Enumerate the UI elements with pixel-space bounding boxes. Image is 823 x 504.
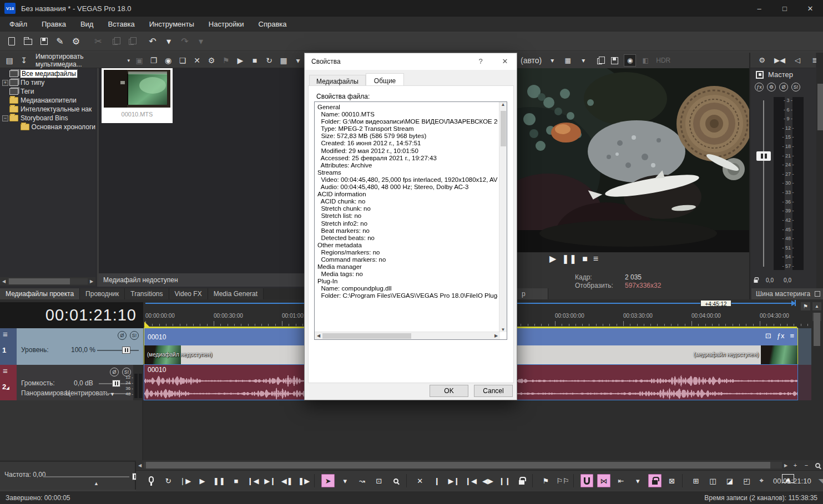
- preview-quality-button[interactable]: (авто): [519, 54, 543, 67]
- edit-tool-caret-icon[interactable]: ▾: [339, 474, 352, 487]
- menu-item[interactable]: Инструменты: [142, 18, 201, 30]
- auto-ripple-caret-icon[interactable]: ▾: [631, 474, 644, 487]
- meter-lock-icon[interactable]: [752, 277, 760, 283]
- external-monitor-icon[interactable]: [781, 472, 795, 485]
- video-track-header[interactable]: ≡ 1 ØS! Уровень: 100,0 %: [0, 328, 143, 365]
- open-project-icon[interactable]: [21, 34, 35, 48]
- timeline-horizontal-scrollbar[interactable]: ◀ ▶ + −: [136, 460, 823, 470]
- paste-icon[interactable]: [123, 34, 138, 48]
- timeline-vertical-scrollbar[interactable]: ▲ −: [812, 302, 821, 469]
- tree-item-smart-bins[interactable]: Интеллектуальные нак: [0, 105, 95, 114]
- close-button[interactable]: ✕: [797, 0, 823, 17]
- audio-track-header[interactable]: ≡ 2◢ ØS! Громкость: 0,0 dB Панорамирован…: [0, 365, 143, 400]
- slip-edit-icon[interactable]: ◪: [723, 474, 736, 487]
- master-vertical-scrollbar[interactable]: [816, 53, 823, 288]
- zoom-tool-icon[interactable]: [812, 461, 822, 469]
- scroll-left-icon[interactable]: ◀: [136, 463, 144, 468]
- preview-play-icon[interactable]: ▶: [549, 253, 556, 264]
- lock-envelopes-icon[interactable]: [648, 474, 662, 487]
- track-menu-icon[interactable]: ≡: [3, 367, 8, 374]
- previous-frame-icon[interactable]: ◀❚: [280, 474, 294, 487]
- event-pan-crop-icon[interactable]: ⊡: [765, 332, 771, 340]
- bypass-motion-blur-icon[interactable]: Ø: [118, 331, 127, 340]
- trim-start-icon[interactable]: ❙: [431, 474, 444, 487]
- menu-item[interactable]: Файл: [2, 18, 34, 30]
- media-tag-icon[interactable]: ⚑: [220, 54, 232, 67]
- copy-icon[interactable]: [107, 34, 122, 48]
- play-from-start-icon[interactable]: ❘▶: [179, 474, 192, 487]
- ok-button[interactable]: OK: [430, 385, 468, 397]
- scrollbar-thumb[interactable]: [501, 111, 506, 146]
- hdr-preview-icon[interactable]: HDR: [655, 54, 671, 67]
- go-to-start-icon[interactable]: ❙◀: [246, 474, 260, 487]
- preview-menu-icon[interactable]: ≡: [593, 254, 598, 264]
- lock-event-icon[interactable]: [515, 474, 528, 487]
- preview-stop-icon[interactable]: ■: [582, 254, 588, 264]
- file-properties-box[interactable]: General Name: 00010.MTS Folder: G:\Мои в…: [314, 101, 507, 340]
- split-screen-icon[interactable]: ◧: [639, 54, 652, 67]
- insert-marker-icon[interactable]: ⚑: [539, 474, 553, 487]
- media-fx-icon[interactable]: ⚙: [205, 54, 218, 67]
- redo-icon[interactable]: ↷: [178, 34, 192, 48]
- trim-end-icon[interactable]: ▶❙: [447, 474, 461, 487]
- master-fader-track[interactable]: [763, 100, 764, 267]
- envelope-edit-tool-icon[interactable]: ↝: [356, 474, 369, 487]
- mixer-settings-icon[interactable]: ⚙: [756, 54, 768, 67]
- stop-preview-icon[interactable]: ■: [249, 54, 261, 67]
- invert-phase-icon[interactable]: Ø: [110, 368, 119, 376]
- delete-media-icon[interactable]: ✕: [191, 54, 203, 67]
- bus-fx-icon[interactable]: ƒx: [755, 83, 764, 91]
- normal-edit-tool-icon[interactable]: ➤: [321, 474, 335, 487]
- import-media-button[interactable]: Импортировать мультимедиа... ▾: [32, 54, 131, 67]
- play-icon[interactable]: ▶: [196, 474, 209, 487]
- timeline-time-display[interactable]: 00:01:21:10: [0, 302, 143, 328]
- get-media-web-icon[interactable]: ❏: [176, 54, 189, 67]
- dialog-close-button[interactable]: ✕: [496, 53, 514, 69]
- tree-expander-icon[interactable]: −: [2, 115, 8, 121]
- scrollbar-thumb[interactable]: [322, 333, 411, 339]
- auto-preview-icon[interactable]: ↻: [263, 54, 275, 67]
- tree-item-storyboard-bins[interactable]: − Storyboard Bins: [0, 114, 95, 123]
- cursor-caret-icon[interactable]: ◥: [819, 477, 823, 485]
- zoom-out-icon[interactable]: −: [801, 461, 811, 469]
- split-trim-icon[interactable]: ◀▶: [481, 474, 494, 487]
- stop-icon[interactable]: ■: [230, 474, 243, 487]
- stream-edit-icon[interactable]: ◫: [706, 474, 720, 487]
- tree-expander-icon[interactable]: +: [2, 80, 8, 86]
- scroll-down-icon[interactable]: ▼: [499, 327, 507, 332]
- ignore-grouping-icon[interactable]: ⊠: [665, 474, 679, 487]
- menu-item[interactable]: Вид: [73, 18, 101, 30]
- menu-item[interactable]: Правка: [34, 18, 73, 30]
- tree-item-main-timeline[interactable]: Основная хронологи: [0, 123, 95, 131]
- event-menu-icon[interactable]: ≡: [790, 332, 794, 340]
- menu-item[interactable]: Справка: [251, 18, 294, 30]
- tree-item-by-type[interactable]: + По типу: [0, 78, 95, 87]
- scrollbar-thumb[interactable]: [9, 278, 70, 284]
- bus-solo-icon[interactable]: S!: [791, 83, 800, 91]
- scrub-slider[interactable]: [43, 476, 129, 477]
- save-project-icon[interactable]: [37, 34, 51, 48]
- downmix-output-icon[interactable]: ◁: [791, 54, 804, 67]
- slip-trim-icon[interactable]: ❙❙: [498, 474, 512, 487]
- auto-crossfades-icon[interactable]: ⋈: [597, 474, 610, 487]
- properties-horizontal-scrollbar[interactable]: ◀ ▶: [315, 332, 500, 339]
- undo-icon[interactable]: ↶: [145, 34, 160, 48]
- tree-item-tags[interactable]: Теги: [0, 87, 95, 96]
- pause-icon[interactable]: ❚❚: [213, 474, 226, 487]
- track-expand-icon[interactable]: ◢: [6, 386, 9, 390]
- delete-icon[interactable]: ✕: [413, 474, 427, 487]
- undo-caret-icon[interactable]: ▾: [161, 34, 176, 48]
- save-snapshot-icon[interactable]: [608, 54, 620, 67]
- master-bus-dock-tab[interactable]: Шина мастеринга: [751, 288, 823, 299]
- trim-adjacent-icon[interactable]: ❙◀: [464, 474, 478, 487]
- scrollbar-thumb[interactable]: [146, 462, 770, 469]
- tab-transitions[interactable]: Transitions: [125, 288, 169, 299]
- track-menu-icon[interactable]: ≡: [3, 330, 8, 338]
- import-media-icon[interactable]: ↧: [18, 54, 30, 67]
- loop-playback-icon[interactable]: ↻: [162, 474, 175, 487]
- media-bins-icon[interactable]: ▤: [3, 54, 16, 67]
- scroll-right-icon[interactable]: ▶: [782, 463, 790, 468]
- views-caret-icon[interactable]: ▾: [292, 54, 304, 67]
- auto-ripple-icon[interactable]: ⇤: [614, 474, 628, 487]
- minimize-button[interactable]: –: [746, 0, 772, 17]
